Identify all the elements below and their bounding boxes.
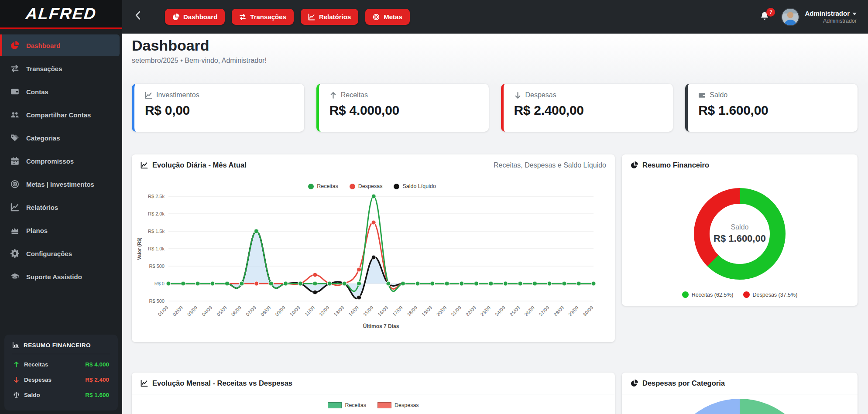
stat-value: R$ 1.600,00 [698, 103, 847, 118]
target-icon [10, 180, 19, 188]
summary-donut-chart[interactable]: Saldo R$ 1.600,00 [692, 186, 788, 282]
arrow-down-icon [514, 92, 521, 99]
chart-title: Evolução Diária - Mês Atual [152, 161, 247, 169]
chart-subtitle: Receitas, Despesas e Saldo Líquido [494, 161, 606, 169]
app-logo: ALFRED [25, 5, 97, 23]
stat-card-investimentos: Investimentos R$ 0,00 [132, 84, 304, 132]
pie-chart-icon [10, 41, 19, 50]
donut-legend: Receitas (62.5%) Despesas (37.5%) [682, 291, 798, 298]
svg-text:26/09: 26/09 [523, 305, 535, 317]
svg-text:13/09: 13/09 [333, 305, 345, 317]
legend-item[interactable]: Despesas [350, 183, 383, 189]
sidebar-collapse-button[interactable] [134, 10, 147, 24]
sidebar-item-compartilhar-contas[interactable]: Compartilhar Contas [0, 104, 122, 126]
monthly-chart-legend: Receitas Despesas [138, 402, 609, 408]
main-content: Dashboard setembro/2025 • Bem-vindo, Adm… [122, 34, 868, 414]
sidebar-item-categorias[interactable]: Categorias [0, 127, 122, 149]
chart-line-icon [308, 14, 315, 21]
svg-text:R$ 1.5k: R$ 1.5k [148, 229, 165, 234]
legend-dot [308, 184, 314, 189]
legend-dot [394, 184, 399, 189]
financial-summary-card: Resumo Financeiro Saldo R$ 1.600,00 [622, 154, 858, 306]
stat-label: Investimentos [156, 91, 199, 99]
users-icon [10, 110, 19, 119]
legend-dot [350, 184, 355, 189]
summary-row-label: Receitas [24, 361, 48, 368]
svg-text:R$ 2.5k: R$ 2.5k [148, 194, 165, 199]
legend-item[interactable]: Receitas [328, 402, 366, 408]
topnav-dashboard-button[interactable]: Dashboard [165, 9, 225, 25]
sidebar-item-transacoes[interactable]: Transações [0, 58, 122, 79]
svg-text:16/09: 16/09 [377, 305, 389, 317]
topbar-nav: Dashboard Transações Relatórios Metas [165, 9, 410, 25]
pie-chart-icon [631, 380, 638, 387]
sidebar-item-configuracoes[interactable]: Configurações [0, 243, 122, 264]
sidebar-item-dashboard[interactable]: Dashboard [0, 34, 120, 56]
notification-badge: 7 [766, 8, 775, 17]
sidebar-item-suporte-assistido[interactable]: Suporte Assistido [0, 266, 122, 287]
legend-item[interactable]: Receitas [308, 183, 338, 189]
user-role: Administrador [805, 18, 857, 24]
chart-line-icon [141, 161, 148, 169]
svg-text:24/09: 24/09 [494, 305, 506, 317]
chart-title: Evolução Mensal - Receitas vs Despesas [152, 379, 292, 387]
svg-text:03/09: 03/09 [186, 305, 199, 317]
sidebar-item-metas-investimentos[interactable]: Metas | Investimentos [0, 173, 122, 195]
svg-text:15/09: 15/09 [362, 305, 374, 317]
sidebar-item-planos[interactable]: Planos [0, 219, 122, 241]
notifications-button[interactable]: 7 [759, 11, 770, 23]
sidebar-item-label: Compromissos [26, 157, 74, 165]
sidebar-item-label: Metas | Investimentos [26, 181, 94, 188]
user-menu[interactable]: Administrador Administrador [781, 8, 857, 26]
legend-item[interactable]: Saldo Líquido [394, 183, 436, 189]
calendar-icon [10, 157, 19, 165]
svg-text:09/09: 09/09 [274, 305, 286, 317]
legend-item[interactable]: Despesas [377, 402, 419, 408]
svg-text:12/09: 12/09 [318, 305, 330, 317]
svg-text:11/09: 11/09 [304, 305, 316, 317]
svg-text:30/09: 30/09 [582, 305, 594, 317]
daily-line-chart[interactable]: R$ 2.5kR$ 2.0kR$ 1.5kR$ 1.0kR$ 500R$ 0R$… [135, 191, 600, 332]
topnav-metas-button[interactable]: Metas [365, 9, 410, 25]
stat-value: R$ 4.000,00 [329, 103, 478, 118]
svg-text:R$ 2.0k: R$ 2.0k [148, 211, 165, 216]
summary-row-value: R$ 2.400 [85, 376, 109, 383]
summary-title: RESUMO FINANCEIRO [24, 342, 91, 349]
sidebar-item-compromissos[interactable]: Compromissos [0, 150, 122, 172]
stats-row: Investimentos R$ 0,00 Receitas R$ 4.000,… [132, 84, 858, 132]
sidebar-item-label: Planos [26, 227, 48, 234]
page-title: Dashboard [132, 37, 858, 54]
svg-text:20/09: 20/09 [436, 305, 448, 317]
swap-arrows-icon [239, 14, 246, 21]
chart-line-icon [10, 203, 19, 212]
svg-text:02/09: 02/09 [172, 305, 184, 317]
sidebar-item-contas[interactable]: Contas [0, 81, 122, 103]
summary-row-value: R$ 4.000 [85, 361, 109, 368]
category-pie-chart[interactable] [666, 399, 814, 414]
sidebar-item-label: Contas [26, 88, 48, 96]
topnav-transacoes-button[interactable]: Transações [232, 9, 294, 25]
summary-row-saldo: Saldo R$ 1.600 [12, 387, 110, 403]
svg-text:14/09: 14/09 [347, 305, 360, 317]
svg-text:28/09: 28/09 [552, 305, 565, 317]
svg-text:06/09: 06/09 [230, 305, 242, 317]
daily-chart-legend: Receitas Despesas Saldo Líquido [135, 183, 609, 189]
svg-text:18/09: 18/09 [406, 305, 418, 317]
tags-icon [10, 133, 19, 142]
svg-text:27/09: 27/09 [538, 305, 550, 317]
legend-item[interactable]: Despesas (37.5%) [743, 291, 798, 298]
sidebar-financial-summary: RESUMO FINANCEIRO Receitas R$ 4.000 Desp… [4, 335, 118, 411]
graduation-cap-icon [10, 272, 19, 281]
topnav-relatorios-button[interactable]: Relatórios [301, 9, 358, 25]
topnav-label: Metas [384, 13, 402, 21]
avatar [781, 8, 799, 26]
sidebar-item-label: Transações [26, 65, 62, 72]
stat-card-receitas: Receitas R$ 4.000,00 [316, 84, 489, 132]
user-name: Administrador [805, 10, 850, 17]
chart-title: Resumo Financeiro [642, 161, 709, 169]
crown-icon [10, 226, 19, 235]
sidebar-item-relatorios[interactable]: Relatórios [0, 196, 122, 218]
svg-text:05/09: 05/09 [216, 305, 228, 317]
legend-item[interactable]: Receitas (62.5%) [682, 291, 734, 298]
stat-card-despesas: Despesas R$ 2.400,00 [501, 84, 673, 132]
